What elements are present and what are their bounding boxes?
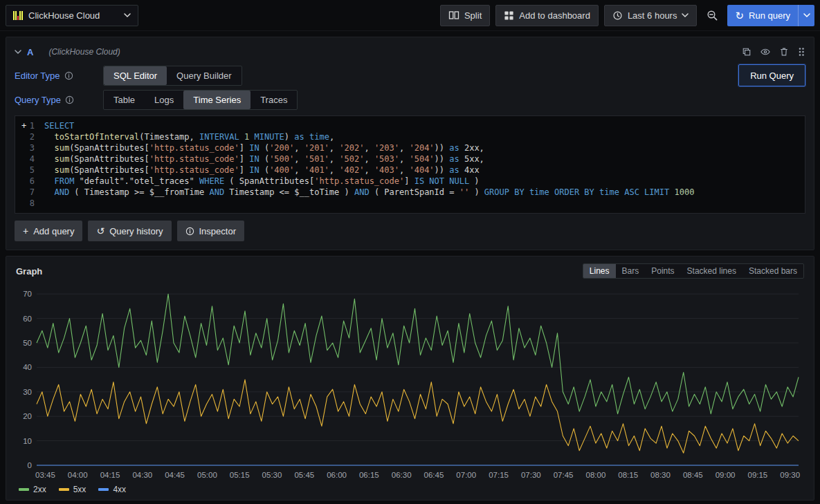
query-type-toggle: TableLogsTime SeriesTraces bbox=[103, 90, 298, 110]
add-query-button[interactable]: + Add query bbox=[15, 221, 82, 241]
svg-text:04:45: 04:45 bbox=[165, 471, 185, 479]
legend-swatch bbox=[59, 488, 69, 491]
add-query-label: Add query bbox=[33, 226, 74, 236]
split-label: Split bbox=[464, 10, 482, 21]
svg-text:08:45: 08:45 bbox=[683, 471, 703, 479]
legend-item-5xx[interactable]: 5xx bbox=[59, 485, 86, 494]
svg-text:03:45: 03:45 bbox=[35, 471, 55, 479]
svg-text:06:30: 06:30 bbox=[392, 471, 412, 479]
hide-query-eye-icon[interactable] bbox=[760, 47, 771, 57]
svg-text:08:15: 08:15 bbox=[618, 471, 638, 479]
svg-text:50: 50 bbox=[23, 339, 32, 347]
query-datasource-hint: (ClickHouse Cloud) bbox=[48, 47, 120, 57]
info-icon bbox=[185, 227, 194, 236]
chevron-down-icon bbox=[682, 13, 689, 18]
svg-text:04:15: 04:15 bbox=[100, 471, 120, 479]
code-line: 4 sum(SpanAttributes['http.status_code']… bbox=[15, 153, 805, 165]
graph-panel-title: Graph bbox=[16, 266, 42, 277]
clickhouse-logo-icon bbox=[13, 11, 23, 20]
code-line: 5 sum(SpanAttributes['http.status_code']… bbox=[15, 165, 805, 176]
query-history-label: Query history bbox=[109, 226, 163, 236]
query-type-option-logs[interactable]: Logs bbox=[145, 91, 183, 109]
query-ref-id: A bbox=[27, 47, 33, 57]
svg-text:07:15: 07:15 bbox=[489, 471, 509, 479]
duplicate-query-icon[interactable] bbox=[742, 47, 751, 57]
svg-text:07:45: 07:45 bbox=[554, 471, 574, 479]
query-type-option-traces[interactable]: Traces bbox=[250, 91, 297, 109]
time-series-chart[interactable]: 01020304050607003:4504:0004:1504:3004:45… bbox=[16, 280, 804, 482]
svg-text:05:15: 05:15 bbox=[230, 471, 250, 479]
editor-type-toggle: SQL EditorQuery Builder bbox=[103, 66, 242, 86]
query-type-option-time-series[interactable]: Time Series bbox=[183, 91, 250, 109]
zoom-out-button[interactable] bbox=[702, 5, 722, 26]
graph-legend: 2xx5xx4xx bbox=[16, 482, 804, 496]
graph-style-option-bars[interactable]: Bars bbox=[616, 264, 646, 278]
info-icon[interactable] bbox=[64, 71, 73, 80]
legend-label: 4xx bbox=[113, 485, 126, 494]
svg-text:08:00: 08:00 bbox=[586, 471, 606, 479]
time-range-picker[interactable]: Last 6 hours bbox=[604, 5, 698, 26]
add-to-dashboard-button[interactable]: Add to dashboard bbox=[495, 5, 599, 26]
run-query-interval-caret[interactable] bbox=[798, 5, 814, 26]
graph-style-option-stacked-lines[interactable]: Stacked lines bbox=[681, 264, 742, 278]
svg-text:70: 70 bbox=[23, 290, 32, 298]
explore-toolbar: ClickHouse Cloud Split Add to dashboard … bbox=[0, 0, 820, 31]
svg-text:10: 10 bbox=[23, 437, 32, 445]
editor-type-label: Editor Type bbox=[15, 71, 60, 81]
chevron-down-icon bbox=[803, 13, 810, 18]
query-type-option-table[interactable]: Table bbox=[104, 91, 145, 109]
chevron-down-icon bbox=[124, 13, 131, 18]
svg-text:06:00: 06:00 bbox=[327, 471, 347, 479]
legend-item-2xx[interactable]: 2xx bbox=[19, 485, 46, 494]
graph-style-option-points[interactable]: Points bbox=[645, 264, 680, 278]
panel-run-query-button[interactable]: Run Query bbox=[738, 64, 805, 86]
collapse-query-icon[interactable] bbox=[15, 50, 21, 55]
series-line-2xx bbox=[37, 294, 799, 413]
legend-item-4xx[interactable]: 4xx bbox=[98, 485, 126, 494]
add-line-plus-icon[interactable]: + bbox=[21, 120, 26, 131]
info-icon[interactable] bbox=[65, 95, 74, 104]
query-history-button[interactable]: ↺ Query history bbox=[88, 221, 171, 241]
graph-style-toggle: LinesBarsPointsStacked linesStacked bars bbox=[583, 263, 804, 279]
svg-text:06:45: 06:45 bbox=[424, 471, 444, 479]
run-query-split-button: ↻ Run query bbox=[727, 5, 814, 26]
datasource-name: ClickHouse Cloud bbox=[28, 10, 118, 21]
add-to-dashboard-label: Add to dashboard bbox=[519, 10, 590, 21]
sql-editor[interactable]: 1+SELECT2 toStartOfInterval(Timestamp, I… bbox=[15, 115, 805, 214]
svg-text:08:30: 08:30 bbox=[650, 471, 671, 479]
graph-panel: Graph LinesBarsPointsStacked linesStacke… bbox=[6, 256, 814, 501]
graph-style-option-stacked-bars[interactable]: Stacked bars bbox=[742, 264, 803, 278]
inspector-button[interactable]: Inspector bbox=[177, 221, 244, 241]
svg-text:40: 40 bbox=[23, 363, 32, 371]
svg-text:05:00: 05:00 bbox=[197, 471, 217, 479]
history-icon: ↺ bbox=[96, 226, 104, 236]
editor-type-option-sql-editor[interactable]: SQL Editor bbox=[104, 66, 167, 85]
split-icon bbox=[448, 10, 459, 21]
code-line: 7 AND ( Timestamp >= $__fromTime AND Tim… bbox=[15, 187, 805, 198]
svg-text:60: 60 bbox=[23, 315, 32, 323]
svg-text:09:15: 09:15 bbox=[747, 471, 767, 479]
svg-text:09:00: 09:00 bbox=[716, 471, 736, 479]
legend-label: 2xx bbox=[33, 485, 46, 494]
run-query-button[interactable]: ↻ Run query bbox=[727, 5, 798, 26]
remove-query-trash-icon[interactable] bbox=[779, 47, 789, 57]
legend-swatch bbox=[19, 488, 29, 491]
code-line: 1+SELECT bbox=[15, 120, 805, 131]
editor-type-option-query-builder[interactable]: Query Builder bbox=[167, 66, 241, 85]
svg-text:07:30: 07:30 bbox=[521, 471, 541, 479]
svg-text:20: 20 bbox=[23, 412, 32, 420]
drag-handle-icon[interactable] bbox=[797, 47, 805, 57]
svg-text:05:30: 05:30 bbox=[262, 471, 282, 479]
split-button[interactable]: Split bbox=[440, 5, 490, 26]
query-editor-panel: A (ClickHouse Cloud) Editor Type SQL Ed bbox=[6, 37, 814, 250]
code-line: 6 FROM "default"."otel_traces" WHERE ( S… bbox=[15, 176, 805, 187]
legend-label: 5xx bbox=[73, 485, 86, 494]
graph-style-option-lines[interactable]: Lines bbox=[583, 264, 616, 278]
zoom-out-icon bbox=[707, 10, 718, 21]
svg-text:07:00: 07:00 bbox=[456, 471, 476, 479]
run-query-label: Run query bbox=[749, 10, 790, 21]
apps-icon bbox=[504, 10, 514, 21]
clock-icon bbox=[612, 10, 623, 21]
datasource-picker[interactable]: ClickHouse Cloud bbox=[6, 5, 138, 26]
code-line: 2 toStartOfInterval(Timestamp, INTERVAL … bbox=[15, 131, 805, 142]
